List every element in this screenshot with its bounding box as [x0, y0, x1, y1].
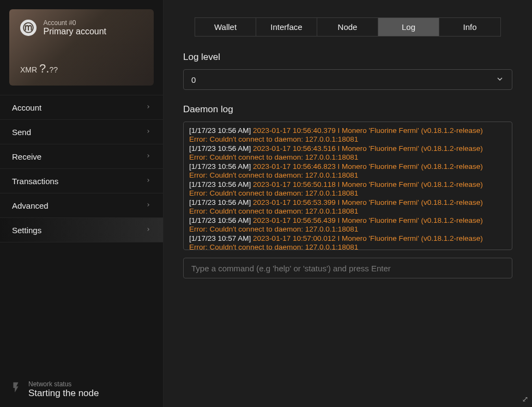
network-status-label: Network status: [28, 380, 99, 388]
log-entry: [1/17/23 10:56 AM] 2023-01-17 10:56:40.3…: [189, 126, 506, 135]
tab-info[interactable]: Info: [439, 18, 500, 36]
main-panel: WalletInterfaceNodeLogInfo Log level 0 D…: [164, 0, 532, 407]
log-entry-error: Error: Couldn't connect to daemon: 127.0…: [189, 171, 506, 180]
sidebar: ⓜ Account #0 Primary account XMR ?.?? Ac…: [0, 0, 164, 407]
log-level-label: Log level: [183, 52, 512, 63]
chevron-right-icon: [146, 177, 151, 186]
resize-handle-icon[interactable]: ⤡: [521, 396, 530, 403]
sidebar-item-account[interactable]: Account: [0, 95, 163, 120]
sidebar-item-receive[interactable]: Receive: [0, 144, 163, 169]
log-entry: [1/17/23 10:56 AM] 2023-01-17 10:56:46.8…: [189, 162, 506, 171]
sidebar-item-label: Send: [12, 127, 31, 137]
account-card[interactable]: ⓜ Account #0 Primary account XMR ?.??: [9, 9, 154, 86]
command-input[interactable]: [183, 258, 512, 278]
sidebar-item-advanced[interactable]: Advanced: [0, 193, 163, 218]
account-balance: XMR ?.??: [20, 62, 58, 76]
sidebar-item-label: Receive: [12, 152, 41, 161]
log-level-select[interactable]: 0: [183, 69, 512, 90]
log-entry-error: Error: Couldn't connect to daemon: 127.0…: [189, 225, 506, 234]
log-entry-error: Error: Couldn't connect to daemon: 127.0…: [189, 243, 506, 250]
tab-log[interactable]: Log: [378, 18, 439, 36]
log-entry-error: Error: Couldn't connect to daemon: 127.0…: [189, 189, 506, 198]
sidebar-nav: AccountSendReceiveTransactionsAdvancedSe…: [0, 95, 163, 242]
log-entry-error: Error: Couldn't connect to daemon: 127.0…: [189, 135, 506, 144]
monero-logo-icon: ⓜ: [20, 20, 37, 36]
chevron-right-icon: [146, 152, 151, 161]
account-number: Account #0: [43, 19, 106, 27]
log-entry: [1/17/23 10:56 AM] 2023-01-17 10:56:43.5…: [189, 144, 506, 153]
sidebar-item-label: Settings: [12, 226, 41, 235]
tab-wallet[interactable]: Wallet: [195, 18, 256, 36]
sidebar-item-label: Transactions: [12, 177, 58, 186]
log-entry-error: Error: Couldn't connect to daemon: 127.0…: [189, 207, 506, 216]
sidebar-item-label: Account: [12, 103, 41, 112]
chevron-right-icon: [146, 127, 151, 137]
sidebar-item-send[interactable]: Send: [0, 120, 163, 144]
sidebar-item-settings[interactable]: Settings: [0, 218, 163, 242]
sidebar-item-label: Advanced: [12, 201, 49, 210]
bolt-icon: [10, 379, 22, 399]
log-entry: [1/17/23 10:56 AM] 2023-01-17 10:56:50.1…: [189, 180, 506, 189]
chevron-right-icon: [146, 201, 151, 210]
log-entry-error: Error: Couldn't connect to daemon: 127.0…: [189, 153, 506, 162]
sidebar-item-transactions[interactable]: Transactions: [0, 169, 163, 193]
chevron-down-icon: [495, 75, 504, 85]
chevron-right-icon: [146, 103, 151, 112]
log-level-value: 0: [191, 75, 196, 84]
daemon-log-output[interactable]: [1/17/23 10:56 AM] 2023-01-17 10:56:40.3…: [183, 122, 512, 250]
log-entry: [1/17/23 10:56 AM] 2023-01-17 10:56:56.4…: [189, 216, 506, 225]
network-status-text: Starting the node: [28, 388, 99, 399]
account-name: Primary account: [43, 27, 106, 37]
tab-node[interactable]: Node: [317, 18, 378, 36]
tab-interface[interactable]: Interface: [256, 18, 317, 36]
network-status[interactable]: Network status Starting the node: [10, 379, 99, 399]
log-entry: [1/17/23 10:57 AM] 2023-01-17 10:57:00.0…: [189, 234, 506, 243]
settings-tabs: WalletInterfaceNodeLogInfo: [195, 17, 501, 37]
chevron-right-icon: [146, 226, 151, 235]
daemon-log-label: Daemon log: [183, 104, 512, 115]
log-entry: [1/17/23 10:56 AM] 2023-01-17 10:56:53.3…: [189, 198, 506, 207]
